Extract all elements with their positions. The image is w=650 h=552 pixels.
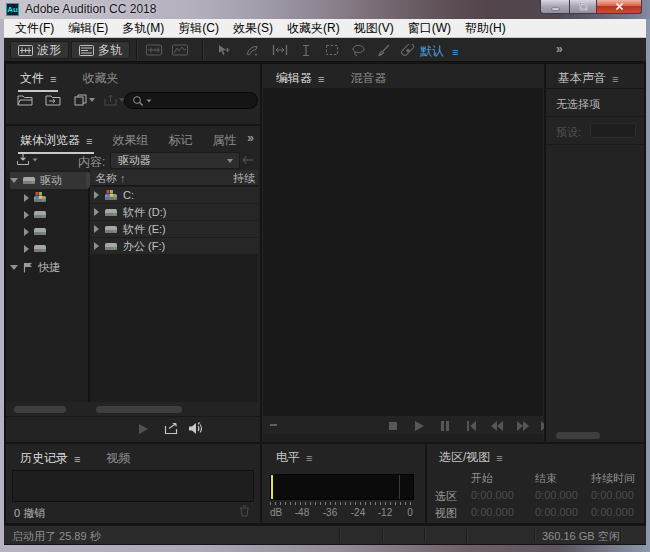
close-button[interactable] <box>597 0 642 14</box>
fast-forward-button[interactable] <box>516 420 530 432</box>
import-into-files-button[interactable] <box>16 153 38 166</box>
media-list-header[interactable]: 名称 ↑ 持续 <box>90 170 258 186</box>
panel-overflow-chevron[interactable]: » <box>247 131 254 145</box>
menu-favorites[interactable]: 收藏夹(R) <box>280 19 347 37</box>
panel-menu-icon[interactable]: ≡ <box>612 73 618 85</box>
list-row-drive-d[interactable]: 软件 (D:) <box>90 204 258 220</box>
view-start-value[interactable]: 0:00.000 <box>471 506 514 518</box>
editor-canvas[interactable] <box>263 88 543 416</box>
history-delete-button[interactable] <box>239 505 250 517</box>
marquee-selection-tool-icon[interactable] <box>324 43 340 57</box>
show-spectral-display-icon[interactable] <box>172 43 188 57</box>
new-file-dropdown-arrow[interactable] <box>89 98 95 102</box>
expander-right-icon[interactable] <box>24 194 29 202</box>
back-button[interactable] <box>241 155 254 165</box>
panel-menu-icon[interactable]: ≡ <box>496 452 502 464</box>
tab-favorites[interactable]: 收藏夹 <box>80 64 120 90</box>
tab-effects-rack[interactable]: 效果组 <box>110 126 150 152</box>
history-list[interactable] <box>12 470 254 502</box>
open-file-button[interactable] <box>16 92 34 108</box>
panel-menu-icon[interactable]: ≡ <box>86 135 92 147</box>
play-button[interactable] <box>412 420 426 432</box>
paintbrush-selection-tool-icon[interactable] <box>376 43 392 57</box>
expander-right-icon[interactable] <box>94 191 99 199</box>
duration-column-header[interactable]: 持续 <box>233 171 255 186</box>
tree-item-drive-c[interactable] <box>10 189 88 206</box>
menu-edit[interactable]: 编辑(E) <box>61 19 115 37</box>
minimize-button[interactable] <box>540 0 569 14</box>
menu-window[interactable]: 窗口(W) <box>401 19 458 37</box>
selection-duration-value[interactable]: 0:00.000 <box>591 489 634 501</box>
expander-right-icon[interactable] <box>94 225 99 233</box>
search-options-arrow[interactable] <box>147 99 152 102</box>
search-input[interactable] <box>124 92 258 109</box>
import-file-button[interactable] <box>44 92 62 108</box>
tab-mixer[interactable]: 混音器 <box>348 64 388 90</box>
waveform-view-button[interactable]: 波形 <box>10 41 69 59</box>
import-dropdown-arrow[interactable] <box>33 158 38 161</box>
list-row-drive-e[interactable]: 软件 (E:) <box>90 221 258 237</box>
go-to-start-button[interactable] <box>464 420 478 432</box>
view-end-value[interactable]: 0:00.000 <box>535 506 578 518</box>
list-row-drive-f[interactable]: 办公 (F:) <box>90 238 258 254</box>
spot-healing-brush-tool-icon[interactable] <box>400 43 416 57</box>
expander-down-icon[interactable] <box>10 265 18 270</box>
time-selection-tool-icon[interactable] <box>298 43 314 57</box>
tab-essential-sound[interactable]: 基本声音 ≡ <box>556 64 620 90</box>
menu-clip[interactable]: 剪辑(C) <box>171 19 226 37</box>
menu-view[interactable]: 视图(V) <box>347 19 401 37</box>
tab-files[interactable]: 文件 ≡ <box>18 64 58 92</box>
tree-item-drive-d[interactable] <box>10 206 88 223</box>
tab-history[interactable]: 历史记录 ≡ <box>18 444 82 472</box>
loop-playback-button[interactable] <box>164 422 179 435</box>
workspace-switcher[interactable]: 默认 ≡ <box>420 43 458 60</box>
menu-help[interactable]: 帮助(H) <box>458 19 513 37</box>
list-horizontal-scrollbar[interactable] <box>96 406 182 413</box>
lasso-selection-tool-icon[interactable] <box>350 43 366 57</box>
tab-properties[interactable]: 属性 <box>210 126 238 152</box>
pause-button[interactable] <box>438 420 452 432</box>
maximize-button[interactable] <box>569 0 597 14</box>
expander-right-icon[interactable] <box>94 208 99 216</box>
slip-tool-icon[interactable] <box>272 43 288 57</box>
multitrack-view-button[interactable]: 多轨 <box>71 41 130 59</box>
menu-multitrack[interactable]: 多轨(M) <box>115 19 171 37</box>
title-bar[interactable]: Au Adobe Audition CC 2018 <box>0 0 650 19</box>
expander-right-icon[interactable] <box>24 245 29 253</box>
preset-dropdown[interactable] <box>590 123 636 138</box>
go-to-end-button[interactable] <box>538 420 544 432</box>
essential-sound-horizontal-scrollbar[interactable] <box>556 432 600 439</box>
panel-menu-icon[interactable]: ≡ <box>318 73 324 85</box>
tree-item-shortcuts[interactable]: 快捷 <box>10 259 88 276</box>
expander-right-icon[interactable] <box>24 228 29 236</box>
panel-menu-icon[interactable]: ≡ <box>50 73 56 85</box>
panel-menu-icon[interactable]: ≡ <box>306 452 312 464</box>
export-file-button[interactable] <box>102 92 126 108</box>
selection-start-value[interactable]: 0:00.000 <box>471 489 514 501</box>
editor-horizontal-scrollbar[interactable] <box>263 434 543 442</box>
workspace-menu-icon[interactable]: ≡ <box>452 46 458 58</box>
preview-play-button[interactable] <box>138 423 149 435</box>
show-waveform-display-icon[interactable] <box>146 43 162 57</box>
new-file-button[interactable] <box>72 92 96 108</box>
menu-effects[interactable]: 效果(S) <box>226 19 280 37</box>
list-row-drive-c[interactable]: C: <box>90 187 258 203</box>
tab-video[interactable]: 视频 <box>104 444 132 470</box>
tab-levels[interactable]: 电平 ≡ <box>274 444 314 469</box>
tree-item-drive-e[interactable] <box>10 223 88 240</box>
move-tool-icon[interactable] <box>216 43 232 57</box>
menu-file[interactable]: 文件(F) <box>8 19 61 37</box>
expander-down-icon[interactable] <box>10 178 18 183</box>
expander-right-icon[interactable] <box>24 211 29 219</box>
selection-end-value[interactable]: 0:00.000 <box>535 489 578 501</box>
name-column-header[interactable]: 名称 ↑ <box>95 171 126 186</box>
razor-tool-icon[interactable] <box>244 43 260 57</box>
preview-volume-button[interactable] <box>188 422 204 435</box>
tree-horizontal-scrollbar[interactable] <box>14 406 66 413</box>
stop-button[interactable] <box>386 420 400 432</box>
panel-menu-icon[interactable]: ≡ <box>74 453 80 465</box>
level-meter[interactable] <box>270 474 414 500</box>
tab-markers[interactable]: 标记 <box>166 126 194 152</box>
expander-right-icon[interactable] <box>94 242 99 250</box>
editor-zoom-handle[interactable] <box>270 424 277 426</box>
